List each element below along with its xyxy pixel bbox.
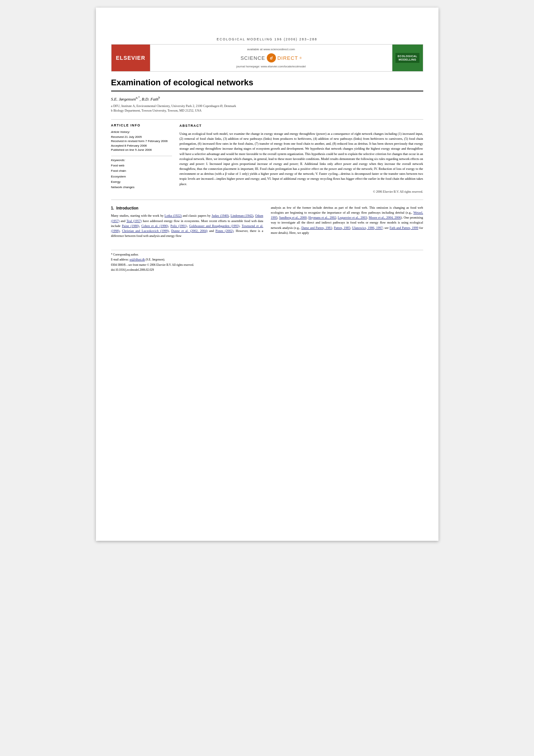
direct-text: DIRECT [277, 55, 298, 61]
ref-lindeman[interactable]: Lindeman (1942) [231, 214, 253, 217]
authors-line: S.E. Jørgensena,*, B.D. Fathb [111, 96, 423, 101]
corresponding-author-note: * Corresponding author. [111, 253, 423, 257]
email-address[interactable]: sej@dfuni.dk [129, 258, 145, 261]
ref-moore[interactable]: Moore et al., 2004, 2006 [369, 216, 401, 219]
copyright-notice: 0304-3800/$ – see front matter © 2006 El… [111, 263, 423, 267]
eco-title-line1: ECOLOGICAL [398, 54, 418, 58]
ref-polis[interactable]: Polis (1991) [171, 224, 187, 228]
introduction-section: 1. Introduction Many studies, starting w… [111, 205, 423, 238]
keywords-section: Keywords: Food web Food chain Ecosystem … [111, 158, 172, 190]
keywords-label: Keywords: [111, 158, 172, 162]
section-divider [111, 200, 423, 200]
ref-heymans[interactable]: Heymans et al., 2002 [308, 216, 336, 219]
keyword-food-web: Food web [111, 163, 172, 168]
author1-sup: a,* [136, 96, 140, 99]
revised-date: Received in revised form 7 February 2006 [111, 139, 172, 143]
direct-circle-icon: d [267, 53, 276, 62]
paper-title: Examination of ecological networks [111, 78, 423, 91]
accepted-date: Accepted 8 February 2006 [111, 144, 172, 148]
email-note: E-mail address: sej@dfuni.dk (S.E. Jørge… [111, 257, 423, 262]
page: ECOLOGICAL MODELLING 196 (2006) 283–288 … [96, 8, 438, 541]
banner-center: available at www.sciencedirect.com SCIEN… [150, 45, 392, 71]
author1-name: S.E. Jørgensen [111, 97, 136, 101]
direct-sup: ® [300, 57, 301, 59]
affiliation-b: b Biology Department, Towson University,… [111, 108, 423, 113]
ref-juday[interactable]: Juday (1940) [212, 214, 229, 217]
corresponding-label: * Corresponding author. [111, 253, 139, 256]
article-info-panel: ARTICLE INFO Article history: Received 2… [111, 123, 172, 194]
history-label: Article history: [111, 130, 172, 134]
article-info-abstract: ARTICLE INFO Article history: Received 2… [111, 119, 423, 194]
abstract-heading: ABSTRACT [180, 123, 423, 128]
ref-christian[interactable]: Christian and Luczokovich (1999) [122, 229, 169, 233]
keyword-ecosystem: Ecosystem [111, 174, 172, 179]
email-suffix: (S.E. Jørgensen). [145, 258, 165, 261]
ref-ulanowicz[interactable]: Ulanowicz, 1986, 1997 [352, 226, 383, 230]
ref-fath-patten[interactable]: Fath and Patten, 1999 [390, 226, 418, 230]
doi: doi:10.1016/j.ecolmodel.2006.02.029 [111, 268, 423, 272]
eco-modelling-cover: ECOLOGICAL MODELLING [392, 45, 423, 71]
journal-header-text: ECOLOGICAL MODELLING 196 (2006) 283–288 [217, 37, 317, 41]
section-1-heading: 1. Introduction [111, 205, 263, 211]
journal-banner: ELSEVIER available at www.sciencedirect.… [111, 44, 423, 72]
intro-text-col1: Many studies, starting with the work by … [111, 213, 263, 238]
sciencedirect-logo: SCIENCE d DIRECT® [241, 53, 301, 62]
section-title: Introduction [116, 206, 138, 210]
ref-leguerrier[interactable]: Leguerrier et al., 2003 [338, 216, 367, 219]
article-info-heading: ARTICLE INFO [111, 123, 172, 127]
abstract-copyright: © 2006 Elsevier B.V. All rights reserved… [180, 190, 423, 194]
science-text: SCIENCE [241, 55, 265, 61]
author2-sup: b [158, 96, 160, 99]
online-date: Published on line 5 June 2006 [111, 148, 172, 152]
affiliation-a: a DFU, Institute A, Environmental Chemis… [111, 104, 423, 109]
journal-link: journal homepage: www.elsevier.com/locat… [236, 65, 306, 68]
abstract-panel: ABSTRACT Using an ecological food web mo… [180, 123, 423, 194]
available-text: available at www.sciencedirect.com [247, 48, 295, 51]
ref-teal[interactable]: Teal (1957) [126, 219, 142, 223]
footnotes: * Corresponding author. E-mail address: … [111, 250, 423, 272]
keyword-food-chain: Food chain [111, 168, 172, 174]
ref-cohen[interactable]: Cohen et al. (1990) [141, 224, 168, 228]
intro-text-col2: analysis as few of the former include de… [271, 205, 423, 235]
ref-patten[interactable]: Patten, 1985 [334, 226, 350, 230]
ref-dunne[interactable]: Dunne et al. (2002, 2004) [171, 229, 208, 233]
ref-dame-patten[interactable]: Dame and Patten, 1981 [301, 226, 332, 230]
received-date: Received 21 July 2005 [111, 135, 172, 139]
ref-sandberg[interactable]: Sandberg et al., 2000 [279, 216, 306, 219]
abstract-text: Using an ecological food web model, we e… [180, 131, 423, 187]
keyword-exergy: Exergy [111, 179, 172, 185]
author2-name: , B.D. Fath [140, 97, 158, 101]
affiliations: a DFU, Institute A, Environmental Chemis… [111, 104, 423, 113]
email-label: E-mail address: [111, 258, 129, 261]
eco-modelling-title: ECOLOGICAL MODELLING [395, 53, 420, 63]
section-number: 1. [111, 206, 114, 210]
main-content: Examination of ecological networks S.E. … [96, 78, 438, 272]
keyword-list: Food web Food chain Ecosystem Exergy Net… [111, 163, 172, 190]
ref-pimm[interactable]: Pimm (2002) [215, 229, 233, 233]
elsevier-logo: ELSEVIER [112, 45, 150, 71]
ref-paine[interactable]: Paine (1980) [122, 224, 139, 228]
journal-header: ECOLOGICAL MODELLING 196 (2006) 283–288 [96, 30, 438, 44]
ref-goldwasser[interactable]: Goldwasser and Roughgarden (1993) [189, 224, 239, 228]
article-history: Article history: Received 21 July 2005 R… [111, 130, 172, 152]
intro-col1: 1. Introduction Many studies, starting w… [111, 205, 263, 238]
keyword-network-changes: Network changes [111, 185, 172, 190]
eco-title-line2: MODELLING [398, 58, 418, 61]
ref-lotka[interactable]: Lotka (1922) [164, 214, 182, 217]
intro-col2: analysis as few of the former include de… [271, 205, 423, 238]
